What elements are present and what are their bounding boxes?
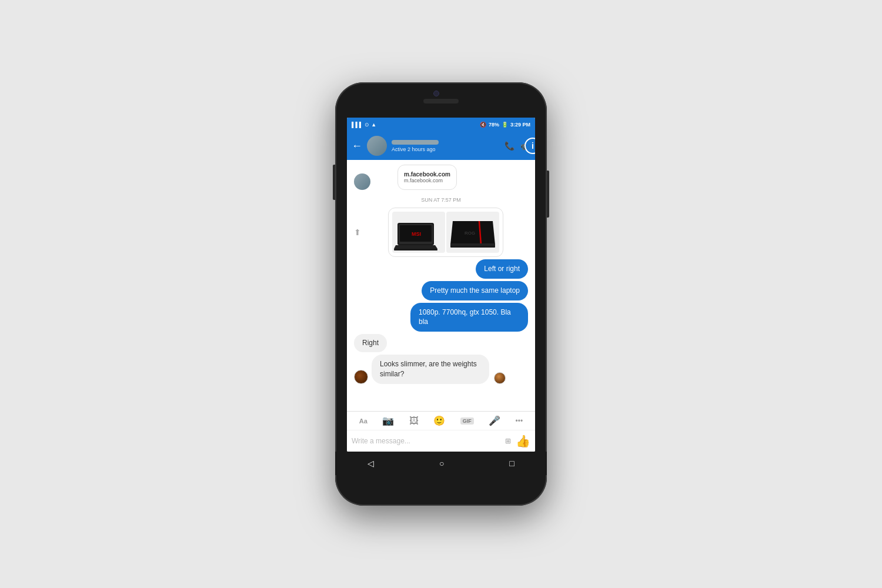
recipient-avatar	[354, 370, 368, 384]
message-left-or-right: Left or right	[476, 259, 528, 279]
sender-avatar	[354, 173, 370, 190]
call-icon[interactable]: 📞	[505, 141, 514, 151]
more-button[interactable]: •••	[516, 417, 523, 425]
image-message-row: ⬆ MSI	[354, 208, 528, 257]
recent-nav-button[interactable]: □	[509, 459, 514, 468]
contact-name-blur	[392, 140, 439, 145]
image-bubble: MSI	[388, 208, 503, 257]
status-left-icons: ▌▌▌ ⊙ ▲	[352, 122, 376, 128]
message-placeholder: Write a message...	[352, 437, 410, 445]
laptop-right-svg: ROG	[447, 212, 499, 252]
chat-area: m.facebook.com m.facebook.com SUN AT 7:5…	[347, 160, 535, 411]
message-input-row: Write a message... ⊞ 👍	[347, 430, 535, 452]
message-same-laptop: Pretty much the same laptop	[422, 281, 528, 300]
back-button[interactable]: ←	[352, 140, 362, 152]
app-bar: ← Active 2 hours ago 📞 📹 i	[347, 132, 535, 160]
signal-icon: ▌▌▌	[352, 122, 363, 128]
emoji-button[interactable]: 🙂	[433, 415, 445, 426]
phone-device: ▌▌▌ ⊙ ▲ 🔇 78% 🔋 3:29 PM ← Active 2 hours…	[335, 82, 547, 506]
message-slimmer: Looks slimmer, are the weights similar?	[372, 355, 489, 384]
apps-icon[interactable]: ⊞	[505, 437, 511, 445]
toolbar-row: Aa 📷 🖼 🙂 GIF 🎤 •••	[347, 412, 535, 430]
my-avatar-small	[494, 372, 506, 384]
camera-button[interactable]: 📷	[382, 415, 394, 426]
link-url: m.facebook.com	[404, 178, 450, 183]
link-preview-bubble: m.facebook.com m.facebook.com	[397, 165, 457, 190]
back-nav-button[interactable]: ◁	[368, 459, 374, 468]
speaker	[423, 99, 459, 103]
phone-screen: ▌▌▌ ⊙ ▲ 🔇 78% 🔋 3:29 PM ← Active 2 hours…	[347, 118, 535, 452]
message-specs: 1080p. 7700hq, gtx 1050. Bla bla	[410, 303, 528, 332]
home-nav-button[interactable]: ○	[439, 459, 444, 468]
message-slimmer-row: Looks slimmer, are the weights similar?	[354, 355, 528, 384]
like-send-button[interactable]: 👍	[516, 434, 530, 448]
mic-button[interactable]: 🎤	[489, 415, 500, 426]
laptop-left-image: MSI	[392, 212, 445, 253]
laptop-left-svg: MSI	[393, 212, 445, 252]
aa-button[interactable]: Aa	[359, 417, 368, 425]
svg-rect-8	[450, 243, 495, 246]
svg-rect-4	[394, 249, 437, 250]
gif-button[interactable]: GIF	[460, 417, 474, 425]
link-preview-row: m.facebook.com m.facebook.com	[354, 165, 528, 190]
message-right-reply: Right	[354, 334, 387, 352]
bottom-navigation: ◁ ○ □	[335, 452, 547, 475]
link-domain: m.facebook.com	[404, 171, 450, 178]
laptop-right-image: ROG	[446, 212, 499, 253]
svg-text:ROG: ROG	[465, 230, 475, 236]
laptop-images: MSI	[392, 212, 499, 253]
battery-percent: 78%	[489, 122, 499, 128]
image-button[interactable]: 🖼	[409, 416, 419, 426]
contact-info: Active 2 hours ago	[392, 140, 500, 152]
data-icon: ▲	[371, 122, 376, 128]
time-display: 3:29 PM	[510, 122, 530, 128]
share-icon[interactable]: ⬆	[354, 228, 361, 237]
input-bar: Aa 📷 🖼 🙂 GIF 🎤 ••• Write a message... ⊞ …	[347, 411, 535, 452]
status-right: 🔇 78% 🔋 3:29 PM	[480, 122, 530, 128]
mute-icon: 🔇	[480, 122, 486, 128]
svg-text:MSI: MSI	[412, 231, 421, 237]
battery-icon: 🔋	[502, 122, 508, 128]
info-button[interactable]: i	[524, 138, 535, 154]
contact-avatar	[367, 136, 387, 156]
wifi-icon: ⊙	[365, 122, 369, 128]
status-bar: ▌▌▌ ⊙ ▲ 🔇 78% 🔋 3:29 PM	[347, 118, 535, 132]
phone-top-bar	[335, 82, 547, 118]
contact-status: Active 2 hours ago	[392, 146, 500, 152]
message-timestamp: SUN AT 7:57 PM	[354, 197, 528, 203]
